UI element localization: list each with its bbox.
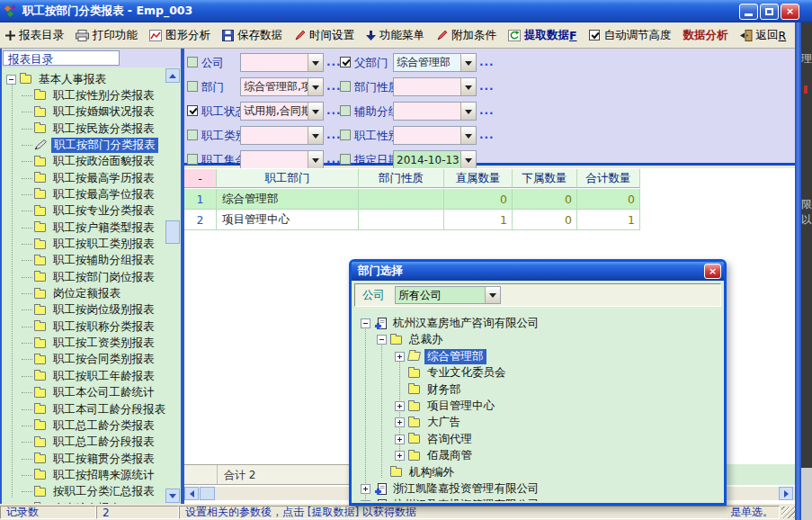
table-cell[interactable] [359, 210, 444, 230]
department-tree-item[interactable]: 杭州汉盈嘉投资管理有限公司 [361, 498, 542, 501]
sidebar-item[interactable]: 职工按工资类别报表 [22, 336, 157, 352]
expand-plus-icon[interactable] [395, 435, 405, 444]
emp-status-checkbox[interactable] [187, 105, 198, 116]
expand-plus-icon[interactable] [361, 500, 370, 501]
sidebar-item[interactable]: 职工按籍贯分类报表 [22, 451, 157, 467]
expand-plus-icon[interactable] [395, 417, 405, 427]
expand-plus-icon[interactable] [395, 451, 405, 461]
sidebar-item[interactable]: 职工本公司工龄统计 [22, 385, 157, 401]
toolbar-report-catalog[interactable]: 报表目录 [5, 28, 64, 43]
dropdown-arrow-icon[interactable] [308, 127, 323, 144]
resize-grip[interactable] [781, 507, 795, 518]
sidebar-item[interactable]: 职工按户籍类型报表 [22, 220, 157, 236]
auto-adjust-height-checkbox[interactable] [589, 30, 600, 40]
sidebar-item[interactable]: 基本人事报表 [6, 71, 109, 87]
department-tree-item[interactable]: 机构编外 [377, 465, 457, 480]
sidebar-item[interactable]: 职工按辅助分组报表 [22, 253, 157, 269]
department-tree-item[interactable]: 咨询代理 [395, 432, 475, 447]
sidebar-item[interactable]: 职工按部门岗位报表 [22, 269, 157, 285]
hscroll-right-button[interactable] [779, 487, 793, 500]
company-dropdown-arrow-icon[interactable] [485, 287, 500, 303]
parent-dept-browse-button[interactable]: ... [479, 56, 495, 68]
table-cell[interactable]: 项目管理中心 [217, 210, 359, 230]
sidebar-scroll-up[interactable] [165, 68, 180, 83]
aux-group-checkbox[interactable] [340, 105, 351, 116]
dept-nature-browse-button[interactable]: ... [479, 80, 495, 93]
sidebar-item[interactable]: 职工总工龄分类报表 [22, 417, 157, 434]
sidebar-item[interactable]: 职工按部门分类报表 [22, 137, 158, 153]
parent-dept-checkbox[interactable] [340, 57, 351, 67]
emp-category-checkbox[interactable] [187, 130, 198, 140]
sidebar-item[interactable]: 职工按职工类别报表 [22, 237, 157, 253]
sidebar-item[interactable]: 职工按职工年龄报表 [22, 368, 157, 384]
table-cell[interactable]: 1 [184, 189, 217, 210]
sidebar-item[interactable]: 职工本司工龄分段报表 [22, 401, 168, 417]
specified-date-checkbox[interactable] [340, 154, 351, 165]
aux-group-browse-button[interactable]: ... [479, 104, 495, 117]
sidebar-item[interactable]: 职工总工龄分段报表 [22, 435, 157, 451]
company-checkbox[interactable] [187, 57, 198, 67]
department-tree-item[interactable]: 杭州汉嘉房地产咨询有限公司 [361, 316, 542, 331]
emp-gender-checkbox[interactable] [340, 130, 351, 140]
expand-minus-icon[interactable] [377, 335, 387, 345]
dropdown-arrow-icon[interactable] [460, 54, 476, 71]
table-cell[interactable]: 0 [513, 189, 577, 210]
dept-nature-checkbox[interactable] [340, 81, 351, 92]
sidebar-item[interactable]: 职工按性别分类报表 [22, 87, 157, 103]
department-tree-item[interactable]: 专业文化委员会 [395, 365, 509, 381]
toolbar-return[interactable]: 返回R [740, 28, 787, 43]
sidebar-scroll-down[interactable] [165, 489, 180, 503]
emp-set-checkbox[interactable] [187, 154, 198, 165]
dropdown-arrow-icon[interactable] [460, 103, 476, 120]
emp-gender-browse-button[interactable]: ... [479, 129, 495, 141]
department-tree-item[interactable]: 浙江凯隆嘉投资管理有限公司 [361, 481, 542, 497]
close-button[interactable]: × [781, 4, 799, 20]
hscroll-thumb[interactable] [200, 487, 215, 500]
sidebar-scroll-thumb[interactable] [165, 220, 180, 244]
toolbar-graph-analysis[interactable]: 图形分析 [149, 28, 210, 43]
toolbar-function-menu[interactable]: 功能菜单 [366, 28, 424, 43]
expand-minus-icon[interactable] [6, 75, 16, 85]
emp-gender-dropdown[interactable] [393, 126, 477, 145]
emp-set-dropdown[interactable] [240, 150, 324, 169]
sidebar-item[interactable]: 职工按最高学历报表 [22, 170, 157, 186]
aux-group-dropdown[interactable] [393, 102, 477, 121]
sidebar-item[interactable]: 职工按最高学位报表 [22, 186, 157, 202]
toolbar-extra-condition[interactable]: 附加条件 [436, 28, 496, 43]
department-tree-item[interactable]: 综合管理部 [395, 349, 486, 364]
toolbar-print[interactable]: 打印功能 [76, 28, 138, 43]
sidebar-item[interactable]: 职工按婚姻状况报表 [22, 104, 157, 121]
table-cell[interactable]: 0 [577, 189, 640, 210]
expand-plus-icon[interactable] [395, 352, 405, 362]
minimize-button[interactable] [739, 4, 758, 20]
dropdown-arrow-icon[interactable] [460, 78, 476, 95]
expand-plus-icon[interactable] [395, 401, 405, 411]
toolbar-auto-adjust-height[interactable]: 自动调节高度 [589, 28, 672, 43]
dept-nature-dropdown[interactable] [393, 77, 477, 96]
specified-date-dropdown[interactable]: 2014-10-13 [393, 150, 477, 169]
department-tree-item[interactable]: 财务部 [395, 382, 464, 398]
company-dropdown[interactable]: 所有公司 [395, 286, 501, 304]
toolbar-data-analysis[interactable]: 数据分析 [683, 28, 728, 43]
toolbar-time-setting[interactable]: 时间设置 [294, 28, 354, 43]
sidebar-item[interactable]: 职工按政治面貌报表 [22, 154, 157, 170]
sidebar-item[interactable]: 职工按民族分类报表 [22, 121, 157, 137]
toolbar-save-data[interactable]: 保存数据 [222, 28, 282, 43]
sidebar-item[interactable]: 职工按专业分类报表 [22, 203, 157, 220]
expand-plus-icon[interactable] [361, 484, 370, 494]
emp-status-dropdown[interactable]: 试用期,合同期 [240, 102, 324, 121]
sidebar-item[interactable]: 职工按招聘来源统计 [22, 467, 157, 483]
dropdown-arrow-icon[interactable] [308, 103, 323, 120]
expand-minus-icon[interactable] [361, 318, 370, 328]
maximize-button[interactable] [760, 4, 779, 20]
dropdown-arrow-icon[interactable] [308, 151, 323, 168]
sidebar-item[interactable]: 职工按职称分类报表 [22, 318, 157, 335]
table-cell[interactable]: 1 [577, 210, 640, 230]
sidebar-item[interactable]: 岗位定额报表 [22, 286, 123, 302]
department-tree-item[interactable]: 佰晟商管 [395, 448, 475, 463]
dropdown-arrow-icon[interactable] [308, 78, 323, 95]
dropdown-arrow-icon[interactable] [460, 127, 476, 144]
department-tree-item[interactable]: 项目管理中心 [395, 399, 497, 414]
toolbar-extract-data[interactable]: 提取数据F [508, 28, 577, 43]
department-dropdown[interactable]: 综合管理部,项目管 [240, 77, 324, 96]
